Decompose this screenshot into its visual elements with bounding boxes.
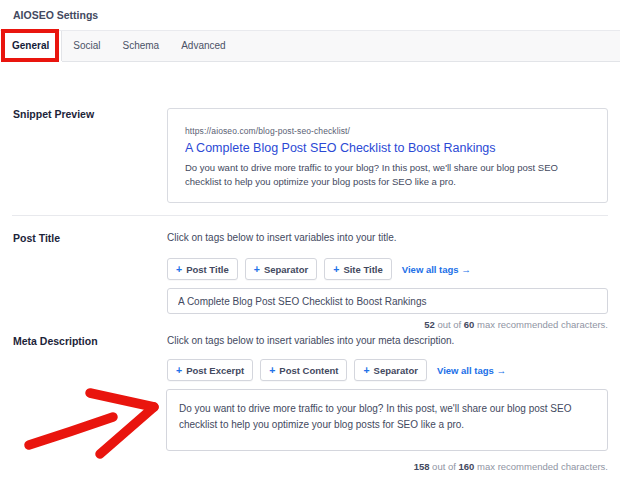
char-count-current: 52: [424, 319, 435, 330]
meta-description-textarea[interactable]: Do you want to drive more traffic to you…: [166, 389, 608, 451]
view-all-tags-link[interactable]: View all tags →: [402, 264, 471, 275]
plus-icon: +: [333, 264, 339, 275]
post-title-tag-row: +Post Title +Separator +Site Title View …: [167, 258, 471, 280]
tag-button-post-excerpt[interactable]: +Post Excerpt: [167, 359, 253, 381]
snippet-preview-box: https://aioseo.com/blog-post-seo-checkli…: [167, 108, 608, 203]
panel-title: AIOSEO Settings: [0, 0, 620, 30]
plus-icon: +: [176, 365, 182, 376]
tab-schema[interactable]: Schema: [112, 31, 171, 61]
tag-button-label: Post Excerpt: [186, 365, 244, 376]
tab-bar: General Social Schema Advanced: [0, 30, 620, 62]
post-title-input[interactable]: [167, 288, 608, 314]
tag-button-label: Separator: [374, 365, 418, 376]
aioseo-settings-panel: AIOSEO Settings General Social Schema Ad…: [0, 0, 620, 480]
tab-general[interactable]: General: [0, 31, 62, 61]
tag-button-label: Post Content: [279, 365, 338, 376]
meta-description-tag-row: +Post Excerpt +Post Content +Separator V…: [167, 359, 506, 381]
plus-icon: +: [269, 365, 275, 376]
plus-icon: +: [254, 264, 260, 275]
char-count-current: 158: [414, 461, 430, 472]
tag-button-label: Post Title: [186, 264, 229, 275]
char-count-suffix: max recommended characters.: [474, 319, 608, 330]
char-count-max: 60: [464, 319, 475, 330]
tag-button-post-content[interactable]: +Post Content: [260, 359, 347, 381]
snippet-title: A Complete Blog Post SEO Checklist to Bo…: [185, 141, 590, 155]
tag-button-site-title[interactable]: +Site Title: [324, 258, 392, 280]
char-count-suffix: max recommended characters.: [474, 461, 608, 472]
plus-icon: +: [363, 365, 369, 376]
post-title-helper: Click on tags below to insert variables …: [167, 232, 397, 243]
meta-description-helper: Click on tags below to insert variables …: [167, 335, 454, 346]
tab-advanced[interactable]: Advanced: [170, 31, 236, 61]
char-count-separator: out of: [435, 319, 464, 330]
char-count-separator: out of: [429, 461, 458, 472]
char-count-max: 160: [459, 461, 475, 472]
meta-description-char-count: 158 out of 160 max recommended character…: [414, 461, 608, 472]
view-all-tags-link[interactable]: View all tags →: [437, 365, 506, 376]
tag-button-label: Site Title: [343, 264, 382, 275]
tag-button-post-title[interactable]: +Post Title: [167, 258, 238, 280]
snippet-description: Do you want to drive more traffic to you…: [185, 161, 590, 189]
tag-button-separator[interactable]: +Separator: [245, 258, 318, 280]
plus-icon: +: [176, 264, 182, 275]
tab-social[interactable]: Social: [62, 31, 111, 61]
post-title-label: Post Title: [13, 232, 60, 244]
post-title-char-count: 52 out of 60 max recommended characters.: [424, 319, 608, 330]
tag-button-separator[interactable]: +Separator: [354, 359, 427, 381]
snippet-url: https://aioseo.com/blog-post-seo-checkli…: [185, 126, 590, 136]
snippet-preview-label: Snippet Preview: [13, 108, 94, 120]
meta-description-label: Meta Description: [13, 335, 98, 347]
section-divider: [12, 215, 608, 216]
tag-button-label: Separator: [264, 264, 308, 275]
